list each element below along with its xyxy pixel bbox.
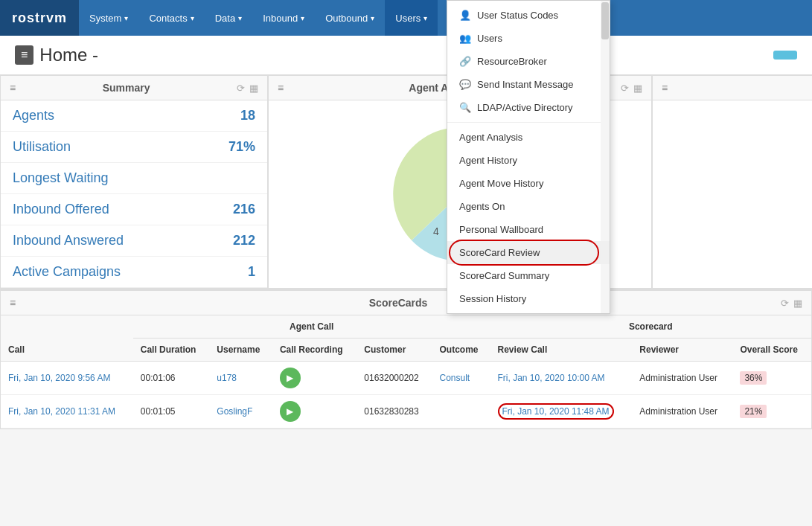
summary-title: Summary xyxy=(103,82,150,94)
dropdown-send-instant-message[interactable]: 💬 Send Instant Message xyxy=(447,73,610,96)
review-call-circle-2: Fri, Jan 10, 2020 11:48 AM xyxy=(498,403,614,420)
nav-system[interactable]: System ▾ xyxy=(79,0,138,36)
nav-data[interactable]: Data ▾ xyxy=(205,0,252,36)
nav-outbound[interactable]: Outbound ▾ xyxy=(315,0,385,36)
home-header: ≡ Home - xyxy=(0,36,812,75)
hamburger-icon[interactable]: ≡ xyxy=(10,82,16,94)
users-dropdown: 👤 User Status Codes 👥 Users 🔗 ResourceBr… xyxy=(447,0,610,314)
col-outcome: Outcome xyxy=(432,339,490,362)
overall-score-2: 21% xyxy=(732,395,811,429)
col-call: Call xyxy=(1,315,133,362)
dashboard-row: ≡ Summary ⟳ ▦ Agents 18 Utilisation 71% … xyxy=(0,75,812,290)
call-recording-1: ▶ xyxy=(272,362,357,395)
active-campaigns-label[interactable]: Active Campaigns xyxy=(13,264,121,280)
col-call-recording: Call Recording xyxy=(272,339,357,362)
scorecards-section: ≡ ScoreCards ⟳ ▦ Call Agent Call Scoreca… xyxy=(0,290,812,429)
col-review-call: Review Call xyxy=(490,339,633,362)
score-badge-2: 21% xyxy=(740,405,767,418)
caret-icon: ▾ xyxy=(371,14,374,22)
chart-icon[interactable]: ▦ xyxy=(249,83,258,94)
col-overall-score: Overall Score xyxy=(732,339,811,362)
dropdown-users[interactable]: 👥 Users xyxy=(447,27,610,50)
call-recording-2: ▶ xyxy=(272,395,357,429)
scorecard-review-label: ScoreCard Review xyxy=(459,247,540,258)
call-link-2[interactable]: Fri, Jan 10, 2020 11:31 AM xyxy=(8,406,115,417)
play-button-2[interactable]: ▶ xyxy=(280,401,301,422)
refresh-icon[interactable]: ⟳ xyxy=(237,83,245,94)
username-1: u178 xyxy=(209,362,272,395)
home-actions xyxy=(773,51,797,60)
brand-name: rostrvm xyxy=(12,10,67,26)
agent-availability-header-left: ≡ xyxy=(278,82,284,94)
reviewer-1: Administration User xyxy=(632,362,732,395)
caret-icon: ▾ xyxy=(238,14,242,22)
caret-icon: ▾ xyxy=(301,14,304,22)
reviewer-2: Administration User xyxy=(632,395,732,429)
inbound-answered-value: 212 xyxy=(233,233,255,248)
summary-inbound-answered-row: Inbound Answered 212 xyxy=(1,225,267,257)
panel-header-icons: ⟳ ▦ xyxy=(237,83,258,94)
dropdown-ldap[interactable]: 🔍 LDAP/Active Directory xyxy=(447,96,610,119)
utilisation-value: 71% xyxy=(228,139,255,155)
call-duration-2: 00:01:05 xyxy=(133,395,210,429)
third-panel: ≡ xyxy=(652,75,812,289)
longest-waiting-label[interactable]: Longest Waiting xyxy=(13,170,108,186)
username-link-1[interactable]: u178 xyxy=(217,373,237,383)
dropdown-session-history[interactable]: Session History xyxy=(447,287,610,310)
review-call-link-1[interactable]: Fri, Jan 10, 2020 10:00 AM xyxy=(498,373,605,383)
col-username: Username xyxy=(209,339,272,362)
chart-icon[interactable]: ▦ xyxy=(793,298,802,309)
hamburger-icon[interactable]: ≡ xyxy=(10,297,16,309)
summary-agents-row: Agents 18 xyxy=(1,100,267,132)
action-button[interactable] xyxy=(773,51,797,60)
utilisation-label[interactable]: Utilisation xyxy=(13,139,71,155)
dropdown-agent-analysis[interactable]: Agent Analysis xyxy=(447,126,610,149)
inbound-offered-label[interactable]: Inbound Offered xyxy=(13,202,109,217)
users-icon: 👥 xyxy=(459,33,471,44)
scorecard-row-2: Fri, Jan 10, 2020 11:31 AM 00:01:05 Gosl… xyxy=(1,395,811,429)
dropdown-personal-wallboard[interactable]: Personal Wallboard xyxy=(447,218,610,241)
hamburger-icon[interactable]: ≡ xyxy=(278,82,284,94)
dropdown-agent-history[interactable]: Agent History xyxy=(447,149,610,172)
active-campaigns-value: 1 xyxy=(248,264,255,280)
outcome-link-1[interactable]: Consult xyxy=(440,373,470,383)
inbound-answered-label[interactable]: Inbound Answered xyxy=(13,233,124,248)
review-call-1: Fri, Jan 10, 2020 10:00 AM xyxy=(490,362,633,395)
dropdown-scorecard-summary[interactable]: ScoreCard Summary xyxy=(447,264,610,287)
scorecards-header: ≡ ScoreCards ⟳ ▦ xyxy=(1,291,811,315)
col-call-duration: Call Duration xyxy=(133,339,210,362)
agents-label[interactable]: Agents xyxy=(13,108,54,124)
chart-icon[interactable]: ▦ xyxy=(633,83,642,94)
nav-users[interactable]: Users ▾ xyxy=(385,0,438,36)
caret-icon: ▾ xyxy=(124,14,128,22)
dropdown-agents-on[interactable]: Agents On xyxy=(447,195,610,218)
username-link-2[interactable]: GoslingF xyxy=(217,406,252,417)
username-2: GoslingF xyxy=(209,395,272,429)
dropdown-agent-move-history[interactable]: Agent Move History xyxy=(447,172,610,195)
refresh-icon[interactable]: ⟳ xyxy=(781,298,789,309)
refresh-icon[interactable]: ⟳ xyxy=(621,83,629,94)
ldap-icon: 🔍 xyxy=(459,102,471,113)
dropdown-resource-broker[interactable]: 🔗 ResourceBroker xyxy=(447,50,610,73)
play-button-1[interactable]: ▶ xyxy=(280,368,301,388)
call-date-2: Fri, Jan 10, 2020 11:31 AM xyxy=(1,395,133,429)
col-reviewer: Reviewer xyxy=(632,339,732,362)
inbound-offered-value: 216 xyxy=(233,202,255,217)
resource-icon: 🔗 xyxy=(459,56,471,67)
call-link-1[interactable]: Fri, Jan 10, 2020 9:56 AM xyxy=(8,373,110,383)
navbar: rostrvm System ▾ Contacts ▾ Data ▾ Inbou… xyxy=(0,0,812,36)
scrollbar[interactable] xyxy=(601,1,610,313)
dropdown-scorecard-review[interactable]: ScoreCard Review xyxy=(447,241,610,264)
pie-label-4: 4 xyxy=(433,225,439,237)
review-call-link-2[interactable]: Fri, Jan 10, 2020 11:48 AM xyxy=(502,406,610,417)
dropdown-section-1: 👤 User Status Codes 👥 Users 🔗 ResourceBr… xyxy=(447,1,610,123)
overall-score-1: 36% xyxy=(732,362,811,395)
col-customer: Customer xyxy=(357,339,432,362)
brand-logo[interactable]: rostrvm xyxy=(0,0,79,36)
review-call-2: Fri, Jan 10, 2020 11:48 AM xyxy=(490,395,633,429)
scorecards-table: Call Agent Call Scorecard Call Duration … xyxy=(1,315,811,429)
scorecards-header-icons: ⟳ ▦ xyxy=(781,298,802,309)
dropdown-user-status-codes[interactable]: 👤 User Status Codes xyxy=(447,4,610,27)
nav-contacts[interactable]: Contacts ▾ xyxy=(138,0,204,36)
nav-inbound[interactable]: Inbound ▾ xyxy=(252,0,315,36)
